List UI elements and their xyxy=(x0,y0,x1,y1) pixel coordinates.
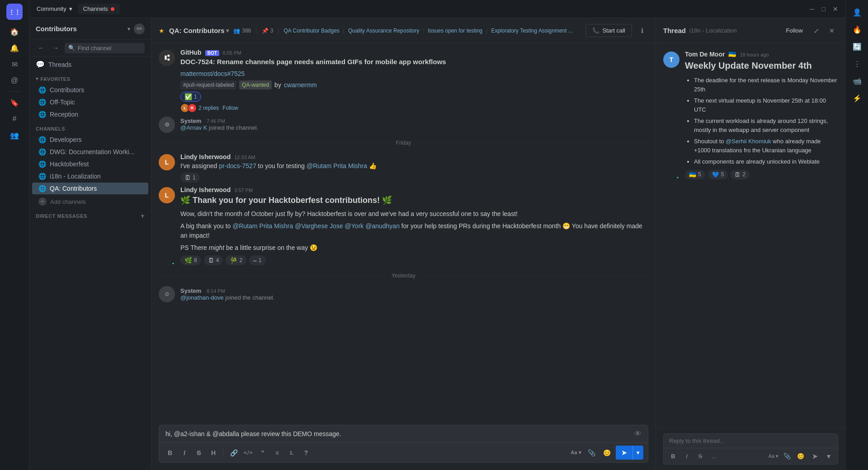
thread-italic-button[interactable]: I xyxy=(681,451,693,462)
activity-icon[interactable]: 🔔 xyxy=(7,41,22,55)
sidebar-item-off-topic[interactable]: 🌐 Off-Topic xyxy=(32,96,148,108)
reaction-plant[interactable]: 🌿8 xyxy=(180,255,201,265)
sidebar-item-i18n[interactable]: 🌐 i18n - Localization xyxy=(32,170,148,182)
hash-icon-3: 🌐 xyxy=(38,160,46,168)
emoji-button[interactable]: 😊 xyxy=(600,446,613,459)
unordered-list-button[interactable]: ≡ xyxy=(271,446,283,459)
reaction-bamboo[interactable]: 🎋2 xyxy=(226,255,246,265)
send-group: ➤ ▾ xyxy=(616,446,643,460)
reaction-calendar[interactable]: 🗓 1 xyxy=(180,173,200,183)
help-button[interactable]: ? xyxy=(300,446,312,459)
thread-send-button[interactable]: ➤ xyxy=(808,450,821,462)
send-dropdown-button[interactable]: ▾ xyxy=(632,446,643,460)
code-button[interactable]: </> xyxy=(242,446,255,459)
sidebar-item-dwg[interactable]: 🌐 DWG: Documentation Worki... xyxy=(32,146,148,158)
integrations-icon[interactable]: ⚡ xyxy=(850,91,864,105)
home-icon[interactable]: 🏠 xyxy=(7,24,22,39)
dm-section-header[interactable]: DIRECT MESSAGES + xyxy=(29,208,151,222)
dm-label: DIRECT MESSAGES xyxy=(36,213,141,219)
people-icon[interactable]: 👥 xyxy=(7,128,22,142)
find-channel-search[interactable]: 🔍 xyxy=(65,43,145,53)
back-button[interactable]: ← xyxy=(36,42,47,53)
thread-reaction-calendar[interactable]: 🗓 2 xyxy=(731,170,750,179)
italic-button[interactable]: I xyxy=(178,446,191,459)
quote-button[interactable]: " xyxy=(256,446,269,459)
bookmark-qa-badges[interactable]: QA Contributor Badges xyxy=(283,28,339,34)
thread-reply-placeholder[interactable]: Reply to this thread... xyxy=(664,434,838,448)
avatar: L xyxy=(159,187,175,203)
thread-reply-count[interactable]: 2 replies xyxy=(198,105,219,111)
mentions-icon[interactable]: @ xyxy=(7,73,22,88)
members-count[interactable]: 👥 386 xyxy=(233,28,251,34)
pinned-count[interactable]: 📌 3 xyxy=(262,28,274,34)
maximize-button[interactable]: □ xyxy=(822,5,826,13)
thread-send-dropdown-button[interactable]: ▾ xyxy=(823,450,834,462)
message-input[interactable] xyxy=(165,430,631,437)
apps-icon[interactable]: ⋮ xyxy=(850,56,864,71)
bookmark-qa-repo[interactable]: Quality Assurance Repository xyxy=(348,28,419,34)
close-button[interactable]: ✕ xyxy=(833,5,838,13)
channels-section-header[interactable]: CHANNELS xyxy=(29,121,151,133)
follow-button[interactable]: Follow xyxy=(222,105,238,111)
bold-button[interactable]: B xyxy=(164,446,176,459)
profile-icon[interactable]: 👤 xyxy=(850,5,864,19)
close-thread-button[interactable]: ✕ xyxy=(826,24,838,37)
reaction-calendar-2[interactable]: 🗓4 xyxy=(204,255,223,265)
author-link[interactable]: cwarnermm xyxy=(284,80,317,90)
reaction-bar-2: 🗓 1 xyxy=(180,173,648,183)
sidebar-item-qa-contributors[interactable]: 🌐 QA: Contributors xyxy=(32,183,148,194)
preview-icon[interactable]: 👁 xyxy=(634,430,642,438)
reaction-minus1[interactable]: –1 xyxy=(249,255,265,265)
strikethrough-button[interactable]: S xyxy=(193,446,205,459)
send-button[interactable]: ➤ xyxy=(616,446,632,460)
hash-icon-4: 🌐 xyxy=(38,173,46,180)
follow-thread-button[interactable]: Follow xyxy=(781,24,807,37)
add-channels-item[interactable]: + Add channels xyxy=(32,195,148,208)
thread-emoji-button[interactable]: 😊 xyxy=(795,451,807,462)
find-channel-input[interactable] xyxy=(78,45,141,52)
fire-icon[interactable]: 🔥 xyxy=(850,22,864,37)
thread-bold-button[interactable]: B xyxy=(667,451,679,462)
thread-attach-button[interactable]: 📎 xyxy=(781,451,793,462)
channels-icon[interactable]: # xyxy=(7,112,22,126)
info-button[interactable]: ℹ xyxy=(636,24,648,37)
attach-button[interactable]: 📎 xyxy=(585,446,598,459)
add-dm-button[interactable]: + xyxy=(141,212,145,220)
pr-link[interactable]: mattermost/docs#7525 xyxy=(180,70,245,77)
expand-thread-button[interactable]: ⤢ xyxy=(810,24,823,37)
forward-button[interactable]: → xyxy=(50,42,61,53)
link-button[interactable]: 🔗 xyxy=(227,446,240,459)
star-icon[interactable]: ★ xyxy=(159,27,165,34)
bookmark-issues[interactable]: Issues open for testing xyxy=(428,28,483,34)
video-icon[interactable]: 📹 xyxy=(850,74,864,88)
thread-more-button[interactable]: ... xyxy=(708,451,720,462)
mention-jonathan: @jonathan-dove xyxy=(180,294,224,301)
saved-icon[interactable]: 🔖 xyxy=(7,95,22,110)
thread-reaction-flag[interactable]: 🇺🇦 5 xyxy=(685,170,705,179)
threads-item[interactable]: 💬 Threads xyxy=(29,56,151,72)
workspace-switcher[interactable]: ⋮⋮ xyxy=(6,4,23,20)
thread-font-button[interactable]: Aa ▾ xyxy=(768,451,779,462)
bookmark-exploratory[interactable]: Exploratory Testing Assignment ... xyxy=(491,28,573,34)
sidebar-item-contributors[interactable]: 🌐 Contributors xyxy=(32,84,148,96)
channels-tab[interactable]: Channels xyxy=(78,4,120,14)
font-size-button[interactable]: Aa ▾ xyxy=(570,446,582,459)
pr-docs-link[interactable]: pr-docs-7527 xyxy=(219,162,256,169)
compose-button[interactable]: ✏ xyxy=(134,24,145,34)
channel-title[interactable]: QA: Contributors ▾ xyxy=(169,27,229,34)
sidebar-item-reception[interactable]: 🌐 Reception xyxy=(32,108,148,120)
sidebar-item-developers[interactable]: 🌐 Developers xyxy=(32,134,148,146)
favorites-section-header[interactable]: ▾ FAVORITES xyxy=(29,72,151,84)
thread-strike-button[interactable]: S xyxy=(694,451,706,462)
heading-button[interactable]: H xyxy=(207,446,220,459)
workspace-menu[interactable]: Community ▾ xyxy=(33,4,76,14)
start-call-button[interactable]: 📞 Start call xyxy=(585,24,632,37)
ordered-list-button[interactable]: 1. xyxy=(285,446,298,459)
refresh-icon[interactable]: 🔄 xyxy=(850,39,864,54)
reaction-checkmark[interactable]: ✅ 1 xyxy=(180,92,201,102)
thread-reaction-heart[interactable]: 💙 5 xyxy=(708,170,728,179)
members-count-value: 386 xyxy=(242,28,251,34)
minimize-button[interactable]: ─ xyxy=(810,5,815,13)
sidebar-item-hacktoberfest[interactable]: 🌐 Hacktoberfest xyxy=(32,158,148,170)
dm-icon[interactable]: ✉ xyxy=(7,57,22,71)
